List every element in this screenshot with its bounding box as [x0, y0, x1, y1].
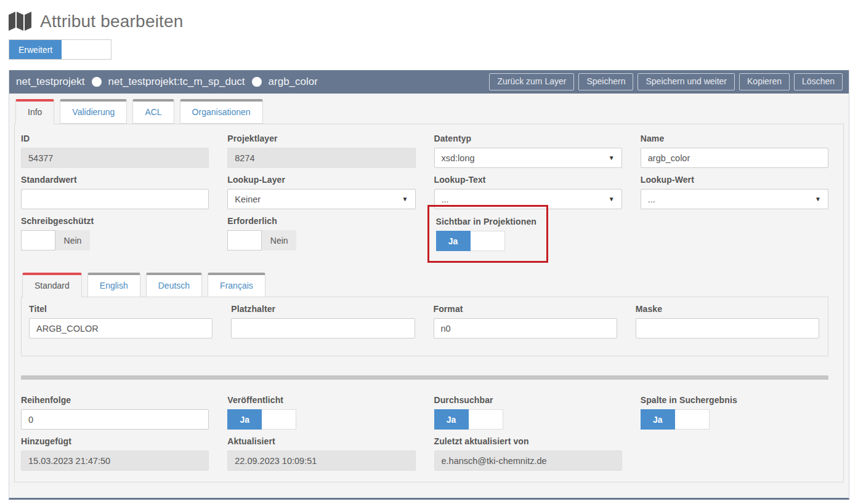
datentyp-label: Datentyp [434, 134, 622, 143]
save-button[interactable]: Speichern [578, 73, 633, 90]
aktualisiert-label: Aktualisiert [227, 436, 415, 446]
hinzugefuegt-input [21, 450, 209, 471]
name-input[interactable] [641, 148, 828, 168]
copy-button[interactable]: Kopieren [739, 73, 790, 90]
page-header: Attribut bearbeiten Erweitert [0, 0, 858, 60]
delete-button[interactable]: Löschen [794, 73, 843, 90]
record-header-bar: net_testprojekt net_testprojekt:tc_m_sp_… [9, 70, 849, 94]
lookup-wert-select[interactable]: ... ▼ [641, 189, 828, 209]
projektlayer-input [227, 148, 415, 168]
language-tabs: Standard English Deutsch Français [21, 273, 828, 297]
field-standardwert: Standardwert [21, 168, 209, 209]
id-input [21, 148, 209, 168]
aktualisiert-input [227, 450, 415, 471]
durchsuchbar-toggle-value: Ja [434, 409, 469, 430]
tab-deutsch[interactable]: Deutsch [146, 273, 202, 297]
erforderlich-toggle-value: Nein [262, 230, 296, 250]
main-tabs: Info Validierung ACL Organisationen [14, 99, 844, 124]
field-lookup-text: Lookup-Text ... ▼ [434, 168, 622, 209]
toggle-handle [21, 230, 55, 250]
sichtbar-in-projektionen-label: Sichtbar in Projektionen [436, 217, 536, 226]
breadcrumb-attribute: argb_color [269, 76, 318, 88]
durchsuchbar-label: Durchsuchbar [434, 395, 622, 405]
format-input[interactable] [434, 318, 617, 338]
empty-cell [641, 430, 828, 471]
lookup-text-label: Lookup-Text [434, 175, 622, 185]
zuletzt-aktualisiert-von-input [434, 450, 622, 471]
sichtbar-in-projektionen-toggle[interactable]: Ja [436, 231, 505, 251]
veroeffentlicht-toggle[interactable]: Ja [227, 409, 296, 430]
empty-cell [641, 209, 828, 263]
erweitert-toggle[interactable]: Erweitert [9, 39, 111, 60]
reihenfolge-label: Reihenfolge [21, 395, 209, 405]
toggle-handle [262, 409, 296, 430]
field-reihenfolge: Reihenfolge [21, 388, 209, 430]
tab-francais[interactable]: Français [208, 273, 265, 297]
info-panel: ID Projektlayer Datentyp xsd:long ▼ Name [14, 124, 844, 482]
standardwert-input[interactable] [21, 189, 209, 209]
field-lookup-wert: Lookup-Wert ... ▼ [641, 168, 828, 209]
field-maske: Maske [636, 297, 819, 338]
breadcrumb-separator-icon [252, 77, 262, 87]
toggle-handle [469, 409, 503, 430]
field-lookup-layer: Lookup-Layer Keiner ▼ [227, 168, 415, 209]
field-schreibgeschuetzt: Schreibgeschützt Nein [21, 209, 209, 263]
toggle-handle [675, 409, 710, 430]
tab-acl[interactable]: ACL [132, 99, 174, 124]
maske-input[interactable] [636, 318, 819, 338]
spalte-in-suchergebnis-toggle[interactable]: Ja [641, 409, 710, 430]
field-platzhalter: Platzhalter [231, 297, 415, 338]
caret-down-icon: ▼ [609, 154, 615, 161]
lookup-layer-label: Lookup-Layer [227, 175, 415, 185]
save-and-continue-button[interactable]: Speichern und weiter [637, 73, 735, 90]
sichtbar-in-projektionen-toggle-value: Ja [436, 231, 471, 251]
reihenfolge-input[interactable] [21, 409, 209, 430]
id-label: ID [21, 134, 209, 143]
titel-label: Titel [29, 304, 212, 314]
caret-down-icon: ▼ [815, 196, 821, 202]
tab-organisationen[interactable]: Organisationen [180, 99, 263, 124]
breadcrumb: net_testprojekt net_testprojekt:tc_m_sp_… [16, 76, 318, 88]
tab-info[interactable]: Info [15, 99, 54, 124]
standardwert-label: Standardwert [21, 175, 209, 185]
schreibgeschuetzt-toggle[interactable]: Nein [21, 230, 90, 250]
page-title: Attribut bearbeiten [40, 12, 184, 31]
datentyp-select[interactable]: xsd:long ▼ [434, 148, 622, 168]
lookup-wert-label: Lookup-Wert [641, 175, 828, 185]
field-veroeffentlicht: Veröffentlicht Ja [227, 388, 415, 430]
tab-content-area: Info Validierung ACL Organisationen ID P… [9, 94, 849, 498]
tab-english[interactable]: English [87, 273, 140, 297]
lookup-layer-select-value: Keiner [235, 194, 261, 204]
field-spalte-in-suchergebnis: Spalte in Suchergebnis Ja [641, 388, 828, 430]
tab-validierung[interactable]: Validierung [60, 99, 127, 124]
breadcrumb-separator-icon [92, 77, 102, 87]
standard-language-panel: Titel Platzhalter Format Maske [21, 297, 828, 356]
erweitert-toggle-off[interactable] [62, 40, 111, 59]
toggle-handle [471, 231, 505, 251]
titel-input[interactable] [29, 318, 212, 338]
field-durchsuchbar: Durchsuchbar Ja [434, 388, 622, 430]
hinzugefuegt-label: Hinzugefügt [21, 436, 209, 446]
tab-standard[interactable]: Standard [22, 273, 82, 298]
format-label: Format [434, 304, 617, 314]
field-name: Name [641, 127, 828, 168]
lookup-layer-select[interactable]: Keiner ▼ [227, 189, 415, 209]
platzhalter-input[interactable] [231, 318, 415, 338]
highlight-annotation-box: Sichtbar in Projektionen Ja [427, 205, 548, 263]
maske-label: Maske [636, 304, 819, 314]
field-format: Format [434, 297, 617, 338]
projektlayer-label: Projektlayer [227, 134, 415, 143]
platzhalter-label: Platzhalter [231, 304, 415, 314]
main-container: net_testprojekt net_testprojekt:tc_m_sp_… [9, 70, 849, 500]
zuletzt-aktualisiert-von-label: Zuletzt aktualisiert von [434, 436, 622, 446]
erforderlich-label: Erforderlich [227, 216, 415, 226]
veroeffentlicht-toggle-value: Ja [227, 409, 262, 430]
erweitert-toggle-on-label[interactable]: Erweitert [9, 40, 62, 59]
veroeffentlicht-label: Veröffentlicht [227, 395, 415, 405]
durchsuchbar-toggle[interactable]: Ja [434, 409, 503, 430]
erforderlich-toggle[interactable]: Nein [227, 230, 296, 250]
section-divider [21, 375, 828, 380]
header-actions: Zurück zum Layer Speichern Speichern und… [489, 73, 843, 90]
back-to-layer-button[interactable]: Zurück zum Layer [489, 73, 574, 90]
field-sichtbar-in-projektionen: Sichtbar in Projektionen Ja [434, 209, 622, 263]
